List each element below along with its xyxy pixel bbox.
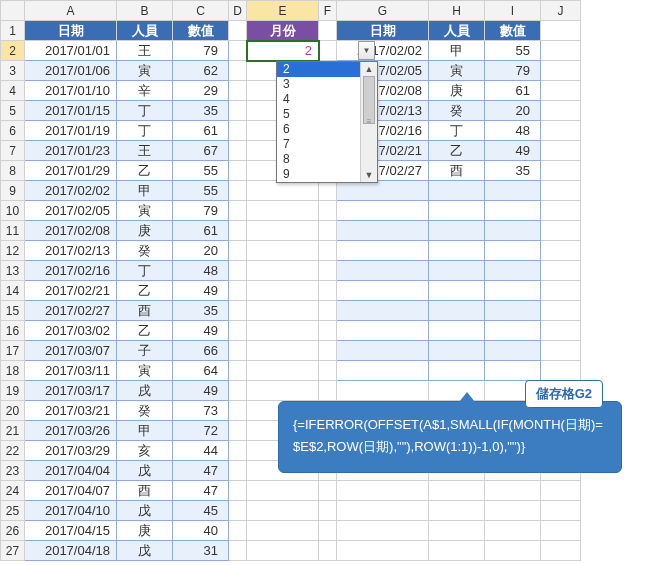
cell-H2[interactable]: 甲 [429,41,485,61]
cell-H4[interactable]: 庚 [429,81,485,101]
cell-B14[interactable]: 乙 [117,281,173,301]
row-header-13[interactable]: 13 [1,261,25,281]
cell-E2[interactable]: 2 [247,41,319,61]
cell-I16[interactable] [485,321,541,341]
cell-E10[interactable] [247,201,319,221]
cell-G11[interactable] [337,221,429,241]
cell-C14[interactable]: 49 [173,281,229,301]
cell-I25[interactable] [485,501,541,521]
cell-G16[interactable] [337,321,429,341]
cell-D5[interactable] [229,101,247,121]
cell-I17[interactable] [485,341,541,361]
cell-C25[interactable]: 45 [173,501,229,521]
dropdown-option-3[interactable]: 3 [277,77,360,92]
cell-C9[interactable]: 55 [173,181,229,201]
cell-I4[interactable]: 61 [485,81,541,101]
cell-C12[interactable]: 20 [173,241,229,261]
cell-D23[interactable] [229,461,247,481]
cell-C26[interactable]: 40 [173,521,229,541]
cell-D12[interactable] [229,241,247,261]
cell-I2[interactable]: 55 [485,41,541,61]
cell-C16[interactable]: 49 [173,321,229,341]
cell-D27[interactable] [229,541,247,561]
cell-G25[interactable] [337,501,429,521]
cell-H1[interactable]: 人員 [429,21,485,41]
cell-D18[interactable] [229,361,247,381]
cell-B8[interactable]: 乙 [117,161,173,181]
col-header-B[interactable]: B [117,1,173,21]
cell-A19[interactable]: 2017/03/17 [25,381,117,401]
cell-A26[interactable]: 2017/04/15 [25,521,117,541]
cell-C17[interactable]: 66 [173,341,229,361]
cell-D14[interactable] [229,281,247,301]
cell-I6[interactable]: 48 [485,121,541,141]
dropdown-button[interactable]: ▼ [358,41,375,60]
cell-J17[interactable] [541,341,581,361]
cell-G24[interactable] [337,481,429,501]
cell-A13[interactable]: 2017/02/16 [25,261,117,281]
cell-D4[interactable] [229,81,247,101]
row-header-18[interactable]: 18 [1,361,25,381]
cell-B3[interactable]: 寅 [117,61,173,81]
cell-B11[interactable]: 庚 [117,221,173,241]
cell-E25[interactable] [247,501,319,521]
dropdown-option-4[interactable]: 4 [277,92,360,107]
row-header-7[interactable]: 7 [1,141,25,161]
cell-F9[interactable] [319,181,337,201]
row-header-22[interactable]: 22 [1,441,25,461]
cell-I24[interactable] [485,481,541,501]
cell-B19[interactable]: 戌 [117,381,173,401]
row-header-3[interactable]: 3 [1,61,25,81]
cell-J4[interactable] [541,81,581,101]
row-header-11[interactable]: 11 [1,221,25,241]
cell-E9[interactable] [247,181,319,201]
cell-A10[interactable]: 2017/02/05 [25,201,117,221]
cell-B5[interactable]: 丁 [117,101,173,121]
row-header-27[interactable]: 27 [1,541,25,561]
cell-D19[interactable] [229,381,247,401]
cell-I1[interactable]: 數值 [485,21,541,41]
cell-G19[interactable] [337,381,429,401]
cell-B15[interactable]: 酉 [117,301,173,321]
cell-J10[interactable] [541,201,581,221]
cell-D8[interactable] [229,161,247,181]
cell-H10[interactable] [429,201,485,221]
cell-C11[interactable]: 61 [173,221,229,241]
cell-E13[interactable] [247,261,319,281]
cell-J2[interactable] [541,41,581,61]
cell-G17[interactable] [337,341,429,361]
cell-C27[interactable]: 31 [173,541,229,561]
cell-D24[interactable] [229,481,247,501]
dropdown-option-5[interactable]: 5 [277,107,360,122]
row-header-16[interactable]: 16 [1,321,25,341]
cell-J5[interactable] [541,101,581,121]
cell-A3[interactable]: 2017/01/06 [25,61,117,81]
cell-F12[interactable] [319,241,337,261]
dropdown-scrollbar[interactable]: ▲ ≡ ▼ [360,62,377,182]
cell-A16[interactable]: 2017/03/02 [25,321,117,341]
cell-F25[interactable] [319,501,337,521]
cell-E27[interactable] [247,541,319,561]
cell-J15[interactable] [541,301,581,321]
cell-B7[interactable]: 王 [117,141,173,161]
cell-B13[interactable]: 丁 [117,261,173,281]
cell-J1[interactable] [541,21,581,41]
cell-C13[interactable]: 48 [173,261,229,281]
dropdown-option-2[interactable]: 2 [277,62,360,77]
row-header-14[interactable]: 14 [1,281,25,301]
cell-J13[interactable] [541,261,581,281]
cell-F1[interactable] [319,21,337,41]
cell-J7[interactable] [541,141,581,161]
cell-A20[interactable]: 2017/03/21 [25,401,117,421]
cell-D20[interactable] [229,401,247,421]
row-header-25[interactable]: 25 [1,501,25,521]
cell-A11[interactable]: 2017/02/08 [25,221,117,241]
cell-F26[interactable] [319,521,337,541]
col-header-E[interactable]: E [247,1,319,21]
cell-D2[interactable] [229,41,247,61]
cell-H3[interactable]: 寅 [429,61,485,81]
cell-J14[interactable] [541,281,581,301]
cell-C22[interactable]: 44 [173,441,229,461]
row-header-17[interactable]: 17 [1,341,25,361]
cell-A1[interactable]: 日期 [25,21,117,41]
